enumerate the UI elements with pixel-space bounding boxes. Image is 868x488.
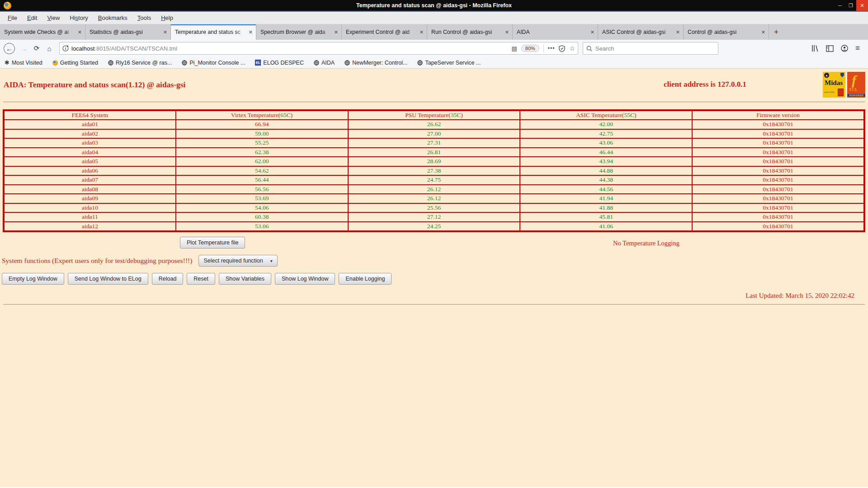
menu-item-history[interactable]: History [65, 13, 93, 23]
search-input[interactable] [595, 45, 704, 52]
tab-close-icon[interactable]: ✕ [676, 29, 680, 35]
virtex-temperature: 55.25 [176, 138, 348, 147]
tab-close-icon[interactable]: ✕ [78, 29, 82, 35]
shield-icon[interactable] [559, 45, 565, 52]
new-tab-button[interactable]: + [769, 24, 783, 40]
tab-label: Control @ aidas-gsi [688, 29, 760, 35]
bookmark-elog-despec[interactable]: ELELOG DESPEC [255, 60, 304, 66]
firmware-version: 0x18430701 [692, 138, 864, 147]
firmware-version: 0x18430701 [692, 157, 864, 166]
virtex-temperature: 60.38 [176, 212, 348, 221]
tab-spectrum-browser-aida[interactable]: Spectrum Browser @ aida✕ [256, 24, 342, 40]
tab-close-icon[interactable]: ✕ [249, 29, 253, 35]
back-button[interactable]: ← [4, 43, 15, 54]
bookmark-label: NewMerger: Control... [352, 60, 407, 66]
menu-hamburger-icon[interactable]: ≡ [855, 44, 860, 53]
fee64-name: aida09 [4, 194, 176, 203]
psu-temperature: 26.62 [348, 120, 520, 129]
bookmark-getting-started[interactable]: Getting Started [52, 60, 98, 66]
bookmark-label: Getting Started [60, 60, 98, 66]
menu-item-tools[interactable]: Tools [132, 13, 156, 23]
search-bar[interactable] [583, 42, 718, 55]
bookmark-aida[interactable]: AIDA [314, 60, 335, 66]
maximize-button[interactable]: ❐ [845, 0, 856, 11]
close-button[interactable]: ✕ [856, 0, 868, 11]
tab-control-aidas-gsi[interactable]: Control @ aidas-gsi✕ [684, 24, 769, 40]
tab-close-icon[interactable]: ✕ [590, 29, 594, 35]
temperature-table: FEE64 SystemVirtex Temperature(65C)PSU T… [3, 109, 865, 232]
virtex-temperature: 54.06 [176, 203, 348, 212]
fee64-name: aida05 [4, 157, 176, 166]
menu-item-file[interactable]: File [3, 13, 22, 23]
bookmark-star-icon[interactable]: ☆ [569, 45, 575, 52]
reload-button[interactable]: ⟳ [30, 42, 43, 55]
send-log-window-to-elog-button[interactable]: Send Log Window to ELog [68, 273, 148, 285]
no-logging-status: No Temperature Logging [613, 239, 679, 247]
tab-close-icon[interactable]: ✕ [334, 29, 338, 35]
zoom-level-button[interactable]: 80% [521, 45, 539, 52]
tab-statistics-aidas-gsi[interactable]: Statistics @ aidas-gsi✕ [85, 24, 171, 40]
bookmark-pi-monitor-console[interactable]: Pi_Monitor Console ... [182, 60, 245, 66]
virtex-temperature: 56.44 [176, 175, 348, 184]
enable-logging-button[interactable]: Enable Logging [339, 273, 392, 285]
forward-button[interactable]: → [18, 42, 30, 55]
minimize-button[interactable]: ─ [835, 0, 845, 11]
fee64-name: aida04 [4, 148, 176, 157]
tab-close-icon[interactable]: ✕ [761, 29, 765, 35]
virtex-temperature: 62.38 [176, 148, 348, 157]
empty-log-window-button[interactable]: Empty Log Window [2, 273, 64, 285]
action-buttons-row: Empty Log WindowSend Log Window to ELogR… [2, 273, 868, 285]
bookmark-rly16-service-ras[interactable]: Rly16 Service @ ras... [108, 60, 172, 66]
fee64-name: aida01 [4, 120, 176, 129]
tcl-logo-subtext: POWERED [847, 94, 865, 97]
function-select[interactable]: Select required function ▾ [198, 255, 277, 267]
tab-close-icon[interactable]: ✕ [420, 29, 424, 35]
menu-item-help[interactable]: Help [156, 13, 178, 23]
menu-item-edit[interactable]: Edit [22, 13, 42, 23]
tab-aida[interactable]: AIDA✕ [513, 24, 598, 40]
library-icon[interactable] [811, 45, 819, 52]
plot-temperature-button[interactable]: Plot Temperature file [180, 237, 245, 249]
tab-run-control-aidas-gsi[interactable]: Run Control @ aidas-gsi✕ [427, 24, 513, 40]
sidebar-toggle-icon[interactable] [826, 45, 834, 52]
bookmark-label: Pi_Monitor Console ... [189, 60, 245, 66]
site-info-icon[interactable] [62, 45, 69, 52]
globe-icon [314, 60, 319, 66]
table-row-aida07: aida0756.4424.7544.380x18430701 [4, 175, 864, 184]
psu-temperature: 24.25 [348, 222, 520, 231]
menu-item-bookmarks[interactable]: Bookmarks [93, 13, 132, 23]
firmware-version: 0x18430701 [692, 212, 864, 221]
reset-button[interactable]: Reset [187, 273, 215, 285]
virtex-temperature: 53.69 [176, 194, 348, 203]
search-icon [586, 46, 592, 52]
psu-temperature: 27.12 [348, 212, 520, 221]
bookmark-tapeserver-service[interactable]: TapeServer Service ... [417, 60, 481, 66]
show-log-window-button[interactable]: Show Log Window [275, 273, 335, 285]
home-button[interactable]: ⌂ [43, 42, 56, 55]
url-bar[interactable]: localhost:8015/AIDA/TSCAN/TSCAN.tml ▤ 80… [59, 42, 578, 55]
bookmark-newmerger-control[interactable]: NewMerger: Control... [344, 60, 407, 66]
asic-temperature: 46.44 [520, 148, 692, 157]
fee64-name: aida02 [4, 129, 176, 138]
fee64-name: aida08 [4, 185, 176, 194]
firmware-version: 0x18430701 [692, 203, 864, 212]
asic-temperature: 44.88 [520, 166, 692, 175]
bookmark-most-visited[interactable]: ✱Most Visited [5, 59, 42, 66]
column-header: Virtex Temperature(65C) [176, 110, 348, 120]
reader-mode-icon[interactable]: ▤ [512, 45, 517, 52]
page-actions-icon[interactable]: ••• [548, 45, 555, 52]
tab-asic-control-aidas-gsi[interactable]: ASIC Control @ aidas-gsi✕ [598, 24, 684, 40]
column-header: ASIC Temperature(55C) [520, 110, 692, 120]
tab-close-icon[interactable]: ✕ [505, 29, 509, 35]
tab-system-wide-checks-ai[interactable]: System wide Checks @ ai✕ [0, 24, 85, 40]
account-icon[interactable] [841, 45, 848, 52]
bookmark-label: Rly16 Service @ ras... [116, 60, 172, 66]
show-variables-button[interactable]: Show Variables [219, 273, 271, 285]
menu-item-view[interactable]: View [42, 13, 65, 23]
tab-close-icon[interactable]: ✕ [163, 29, 167, 35]
system-functions-label: System functions (Expert users only for … [2, 257, 192, 265]
tab-experiment-control-aid[interactable]: Experiment Control @ aid✕ [342, 24, 427, 40]
tab-bar: System wide Checks @ ai✕Statistics @ aid… [0, 24, 868, 40]
reload-button[interactable]: Reload [152, 273, 184, 285]
tab-temperature-and-status-sc[interactable]: Temperature and status sc✕ [171, 24, 256, 40]
